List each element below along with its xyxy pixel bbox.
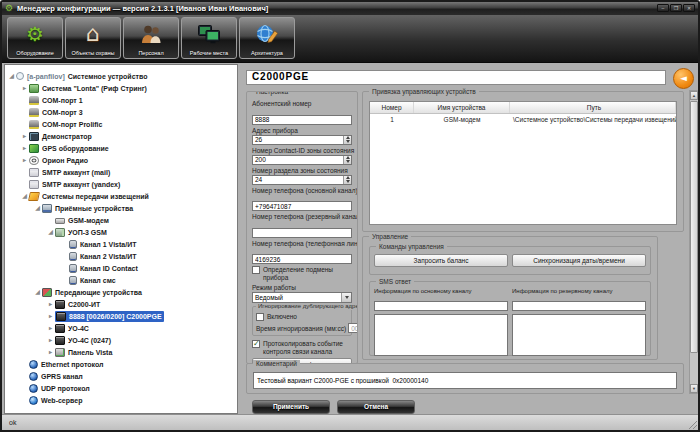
tree-item[interactable]: SMTP аккаунт (mail) [5, 166, 237, 178]
tree-expander-icon[interactable]: ◢ [7, 70, 16, 82]
device-icon [56, 312, 66, 321]
checkbox-icon[interactable] [256, 313, 264, 321]
tree-item[interactable]: UDP протокол [5, 382, 237, 394]
tree-item[interactable]: GSM-модем [5, 214, 237, 226]
spinner-buttons-icon[interactable] [343, 176, 351, 184]
checkbox-checked-icon[interactable] [252, 340, 260, 348]
spinner-buttons-icon[interactable] [343, 136, 351, 144]
tree-item[interactable]: ◢ Системы передачи извещений [5, 190, 237, 202]
tree-item[interactable]: ◢ Приёмные устройства [5, 202, 237, 214]
tree-expander-icon[interactable]: ▸ [20, 130, 29, 142]
device-title-field[interactable]: C2000PGE [246, 70, 666, 85]
reserve-channel-info-input[interactable] [512, 301, 646, 311]
checkbox-icon[interactable] [252, 266, 260, 274]
comment-input[interactable] [253, 372, 677, 389]
log-link-control-checkbox[interactable]: Протоколировать событие контроля связи к… [252, 340, 352, 356]
tree-expander-icon[interactable]: ▸ [46, 346, 55, 358]
com-port-icon [29, 120, 39, 129]
tree-item[interactable]: SMTP аккаунт (yandex) [5, 178, 237, 190]
toolbar-button-workstations[interactable]: Рабочие места [181, 17, 237, 59]
table-row[interactable]: 1 GSM-модем \Системное устройство\Систем… [370, 114, 676, 126]
main-channel-info-area[interactable] [374, 314, 508, 356]
ignore-enabled-checkbox[interactable]: Включено [256, 313, 348, 321]
apply-button[interactable]: Применить [252, 400, 330, 414]
column-header-path[interactable]: Путь [510, 102, 676, 113]
mail-icon [29, 180, 39, 189]
tree-item[interactable]: ▸ Панель Vista [5, 346, 237, 358]
tree-expander-icon[interactable]: ◢ [46, 226, 55, 238]
request-balance-button[interactable]: Запросить баланс [374, 254, 508, 267]
phone-main-input[interactable] [252, 201, 352, 211]
cancel-button[interactable]: Отмена [337, 400, 415, 414]
tree-item[interactable]: ◢ Передающие устройства [5, 286, 237, 298]
tree-expander-icon[interactable]: ◢ [33, 286, 42, 298]
tree-expander-icon[interactable]: ▸ [46, 298, 55, 310]
tree-item[interactable]: COM-порт 3 [5, 106, 237, 118]
tree-item[interactable]: COM-порт Prolific [5, 118, 237, 130]
tree-item[interactable]: ◢ УОП-3 GSM [5, 226, 237, 238]
tree-item[interactable]: ▸ Система "Lonta" (Риф Стринг) [5, 82, 237, 94]
ignore-time-stepper[interactable]: 00:04 [348, 323, 358, 333]
tree-item[interactable]: ▸ 8888 [0026/0200] C2000PGE [5, 310, 237, 322]
subscriber-input[interactable] [252, 115, 352, 125]
tree-item[interactable]: Канал 2 Vista/ИТ [5, 250, 237, 262]
minimize-button[interactable]: – [657, 4, 669, 12]
tree-item[interactable]: COM-порт 1 [5, 94, 237, 106]
tree-expander-icon[interactable]: ▸ [46, 334, 55, 346]
tree-expander-icon[interactable]: ◢ [33, 202, 42, 214]
scroll-up-icon[interactable]: ▲ [690, 91, 698, 100]
tree-item[interactable]: ▸ УО-4С [5, 322, 237, 334]
toolbar-button-equipment[interactable]: ⚙ Оборудование [7, 17, 63, 59]
window-title: Менеджер конфигурации — версия 2.1.3.1 [… [17, 4, 268, 13]
column-header-name[interactable]: Имя устройства [414, 102, 510, 113]
column-header-number[interactable]: Номер [370, 102, 414, 113]
contactid-label: Номер Contact-ID зоны состояния [252, 147, 352, 154]
workstations-icon [182, 18, 236, 50]
phone-line-label: Номер телефона (телефонная линия) [252, 240, 352, 247]
contactid-stepper[interactable]: 200 [252, 155, 352, 165]
phone-line-input[interactable] [252, 254, 352, 264]
sync-datetime-button[interactable]: Синхронизация даты/времени [512, 254, 646, 267]
tree-item[interactable]: ▸ УО-4С (0247) [5, 334, 237, 346]
partition-stepper[interactable]: 24 [252, 175, 352, 185]
main-toolbar: ⚙ Оборудование ⌂ Объекты охраны Персонал… [2, 15, 698, 63]
resize-grip[interactable] [687, 419, 697, 429]
toolbar-button-protected-objects[interactable]: ⌂ Объекты охраны [65, 17, 121, 59]
spinner-buttons-icon[interactable] [343, 156, 351, 164]
maximize-button[interactable]: ❐ [670, 4, 682, 12]
tree-item[interactable]: ▸ GPS оборудование [5, 142, 237, 154]
chevron-down-icon[interactable] [341, 293, 351, 302]
tree-expander-icon[interactable]: ▸ [20, 142, 29, 154]
mode-select[interactable]: Ведомый [252, 292, 352, 303]
spi-icon [28, 192, 40, 201]
tree-expander-icon[interactable]: ▸ [20, 82, 29, 94]
spoof-detect-checkbox[interactable]: Определение подмены прибора [252, 266, 352, 282]
tree-item[interactable]: Канал смс [5, 274, 237, 286]
close-button[interactable]: ✕ [683, 4, 695, 12]
address-stepper[interactable]: 26 [252, 135, 352, 145]
toolbar-button-personnel[interactable]: Персонал [123, 17, 179, 59]
app-gear-icon: ⚙ [5, 4, 13, 13]
toolbar-button-architecture[interactable]: Архитектура [239, 17, 295, 59]
settings-group: Настройка Абонентский номер Адрес прибор… [246, 91, 358, 364]
tree-item[interactable]: Канал ID Contact [5, 262, 237, 274]
phone-reserve-input[interactable] [252, 228, 352, 238]
tree-expander-icon[interactable]: ▸ [46, 310, 55, 322]
vertical-scrollbar[interactable]: ▲ ▼ [689, 90, 699, 394]
tree-item[interactable]: ▸ С2000-ИТ [5, 298, 237, 310]
tree-item[interactable]: Ethernet протокол [5, 358, 237, 370]
tree-item[interactable]: GPRS канал [5, 370, 237, 382]
tree-item[interactable]: ▸ Орион Радио [5, 154, 237, 166]
reserve-channel-info-area[interactable] [512, 314, 646, 356]
globe-pencil-icon [240, 18, 294, 50]
apply-back-icon[interactable]: ◄ [673, 68, 694, 89]
tree-item[interactable]: ▸ Демонстратор [5, 130, 237, 142]
tree-expander-icon[interactable]: ▸ [20, 154, 29, 166]
main-channel-info-input[interactable] [374, 301, 508, 311]
tree-item[interactable]: Web-сервер [5, 394, 237, 406]
tree-item[interactable]: Канал 1 Vista/ИТ [5, 238, 237, 250]
tree-expander-icon[interactable]: ▸ [46, 322, 55, 334]
tree-item[interactable]: ◢ [a-panfilov] Системное устройство [5, 70, 237, 82]
scrollbar-thumb[interactable] [690, 101, 698, 353]
scroll-down-icon[interactable]: ▼ [690, 384, 698, 393]
